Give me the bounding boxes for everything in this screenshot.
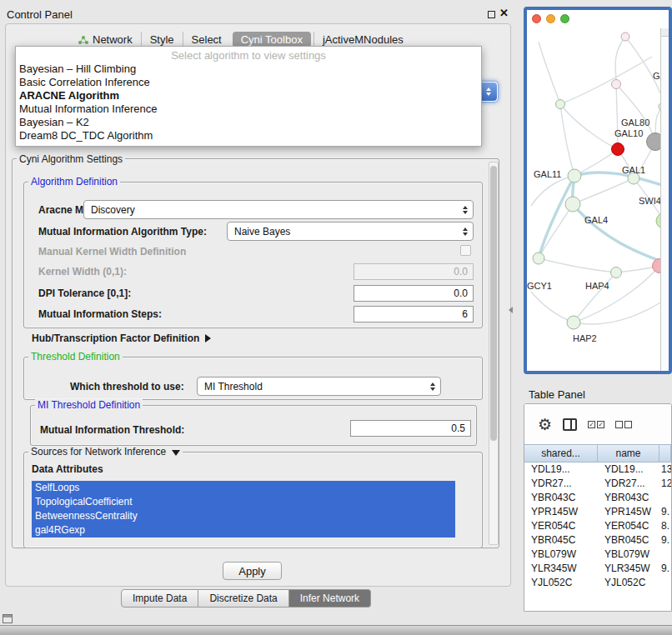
tab-impute-data[interactable]: Impute Data	[121, 589, 198, 608]
node-label[interactable]: GAL80	[621, 118, 649, 128]
which-threshold-combobox[interactable]: MI Threshold	[197, 377, 441, 396]
dock-panel-icon[interactable]	[3, 614, 13, 623]
network-node[interactable]	[568, 169, 581, 182]
network-node[interactable]	[567, 316, 580, 329]
mi-steps-field[interactable]	[354, 306, 474, 322]
tab-cyni-toolbox-label: Cyni Toolbox	[241, 33, 303, 46]
mi-type-label: Mutual Information Algorithm Type:	[38, 226, 207, 238]
column-header[interactable]: shared...	[524, 445, 598, 462]
float-window-icon[interactable]	[488, 11, 495, 18]
network-node[interactable]	[565, 197, 580, 212]
network-tab-icon	[78, 35, 88, 45]
cell	[659, 491, 671, 505]
apply-button[interactable]: Apply	[223, 562, 282, 580]
manual-kernel-checkbox[interactable]	[460, 245, 471, 256]
table-row[interactable]: YBL079WYBL079W	[524, 548, 671, 562]
dpi-tolerance-field[interactable]	[354, 285, 474, 302]
node-label[interactable]: HAP4	[585, 281, 609, 291]
dropdown-item[interactable]: Dream8 DC_TDC Algorithm	[16, 129, 481, 142]
cyni-algorithm-settings-title: Cyni Algorithm Settings	[17, 153, 125, 165]
hub-definition-expander[interactable]: Hub/Transcription Factor Definition	[32, 332, 211, 344]
dropdown-item[interactable]: Bayesian – K2	[16, 116, 481, 129]
list-item[interactable]: gal4RGexp	[32, 523, 455, 538]
unchecked-box-icon	[624, 421, 632, 428]
tab-discretize-data[interactable]: Discretize Data	[198, 589, 288, 608]
minimize-traffic-light-icon[interactable]	[546, 14, 555, 23]
zoom-traffic-light-icon[interactable]	[560, 14, 569, 23]
table-row[interactable]: YBR045CYBR045C9.	[524, 533, 671, 548]
dropdown-item[interactable]: Bayesian – Hill Climbing	[16, 62, 481, 76]
sources-title: Sources for Network Inference	[31, 446, 166, 458]
node-label[interactable]: SWI4	[639, 196, 661, 206]
mi-threshold-definition-title: MI Threshold Definition	[35, 399, 143, 411]
node-label[interactable]: GCY1	[527, 281, 552, 291]
table-row[interactable]: YLR345WYLR345W9.	[524, 562, 671, 576]
close-icon[interactable]: ✕	[499, 7, 509, 19]
cell: 9.	[659, 562, 671, 576]
dropdown-item-selected[interactable]: ARACNE Algorithm	[16, 89, 481, 102]
node-label[interactable]: GAL4	[584, 215, 608, 225]
cell: YPR145W	[598, 505, 659, 519]
aracne-mode-combobox[interactable]: Discovery	[83, 200, 474, 219]
list-item[interactable]: TopologicalCoefficient	[32, 495, 455, 509]
unchecked-box-icon	[615, 421, 623, 428]
kernel-width-field[interactable]	[354, 263, 474, 280]
dropdown-item[interactable]: Mutual Information Inference	[16, 102, 481, 116]
column-header[interactable]: name	[598, 445, 659, 462]
list-item[interactable]: SelfLoops	[32, 481, 455, 495]
cell: YPR145W	[524, 505, 598, 519]
sources-expander[interactable]: Sources for Network Inference	[28, 446, 183, 458]
settings-scrollbar-thumb[interactable]	[490, 166, 497, 441]
combobox-arrows-icon	[425, 382, 440, 391]
cell	[659, 548, 671, 562]
column-view-icon[interactable]	[563, 418, 577, 431]
table-row[interactable]: YDR27...YDR27...12	[524, 477, 671, 491]
node-label[interactable]: GAL10	[614, 128, 643, 138]
network-node[interactable]	[611, 268, 622, 278]
chevron-right-icon	[205, 334, 211, 342]
table-row[interactable]: YPR145WYPR145W9.	[524, 505, 671, 519]
node-label[interactable]: GAL11	[534, 169, 561, 179]
network-node[interactable]	[612, 80, 621, 89]
gear-icon[interactable]: ⚙	[538, 417, 552, 432]
aracne-mode-value: Discovery	[91, 204, 458, 216]
deselect-all-icon[interactable]	[615, 421, 632, 428]
network-node[interactable]	[533, 252, 544, 264]
column-header[interactable]	[659, 445, 671, 462]
table-row[interactable]: YER054CYER054C8.	[524, 519, 671, 533]
chevron-down-icon	[172, 450, 180, 456]
cell: YBL079W	[524, 548, 598, 562]
network-node[interactable]	[556, 100, 565, 109]
network-node[interactable]	[621, 32, 629, 41]
tab-infer-network[interactable]: Infer Network	[289, 589, 371, 608]
table-row[interactable]: YJL052CYJL052C	[524, 576, 671, 590]
table-row[interactable]: YBR043CYBR043C	[524, 491, 671, 505]
desktop: Control Panel ✕ Network Style Select Cyn…	[0, 0, 672, 635]
network-node-gal10-selected[interactable]	[612, 143, 624, 156]
cell: YER054C	[598, 519, 659, 533]
network-scrollbar[interactable]	[660, 28, 669, 371]
dropdown-item[interactable]: Basic Correlation Inference	[16, 76, 481, 89]
scrollbar-arrow-box[interactable]	[661, 28, 669, 37]
table-panel-toolbar: ⚙ ✓✓	[524, 404, 671, 444]
tab-network-label: Network	[93, 33, 133, 46]
mi-threshold-field[interactable]	[350, 420, 471, 437]
which-threshold-label: Which threshold to use:	[70, 381, 184, 392]
node-label[interactable]: GAL1	[622, 165, 645, 175]
table-row[interactable]: YDL19...YDL19...13	[524, 462, 671, 477]
cell: YDR27...	[598, 477, 659, 491]
algorithm-dropdown-popup: Select algorithm to view settings Bayesi…	[15, 46, 482, 147]
close-traffic-light-icon[interactable]	[532, 14, 541, 23]
table-body: YDL19...YDL19...13 YDR27...YDR27...12 YB…	[524, 462, 671, 590]
cell: 12	[659, 477, 671, 491]
select-all-icon[interactable]: ✓✓	[588, 421, 604, 428]
settings-scrollbar[interactable]	[489, 162, 499, 545]
node-label[interactable]: HAP2	[573, 333, 597, 343]
control-panel-title: Control Panel	[7, 8, 73, 21]
list-item[interactable]: BetweennessCentrality	[32, 509, 455, 523]
mi-type-combobox[interactable]: Naive Bayes	[227, 222, 474, 241]
cell: 9.	[659, 505, 671, 519]
panel-collapse-handle[interactable]	[509, 307, 513, 313]
checked-box-icon: ✓	[588, 421, 595, 428]
cell: YER054C	[524, 519, 598, 533]
